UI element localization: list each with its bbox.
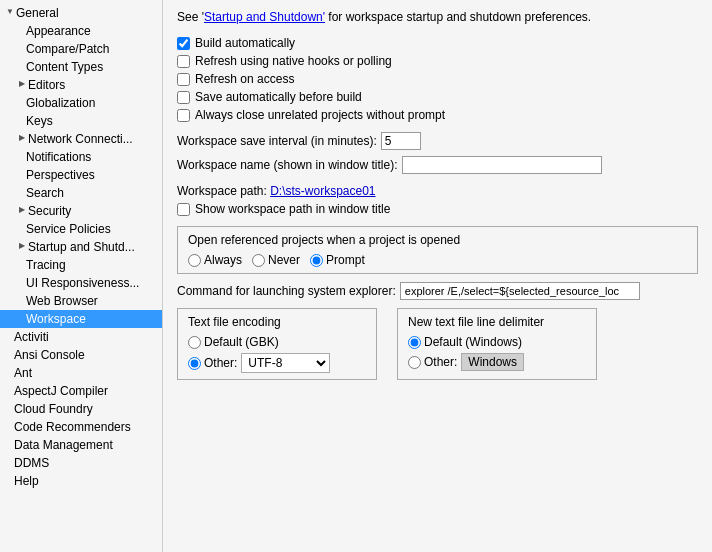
web-browser-label: Web Browser [26, 294, 98, 308]
workspace-arrow-icon [16, 313, 26, 325]
ui-responsiveness-arrow-icon [16, 277, 26, 289]
radio-prompt-label[interactable]: Prompt [326, 253, 365, 267]
workspace-name-label: Workspace name (shown in window title): [177, 158, 398, 172]
radio-prompt[interactable] [310, 254, 323, 267]
delimiter-box: New text file line delimiter Default (Wi… [397, 308, 597, 380]
notifications-label: Notifications [26, 150, 91, 164]
build-automatically-checkbox[interactable] [177, 37, 190, 50]
workspace-name-row: Workspace name (shown in window title): [177, 156, 698, 174]
build-automatically-label[interactable]: Build automatically [195, 36, 295, 50]
intro-text: See 'Startup and Shutdown' for workspace… [177, 10, 698, 24]
notifications-arrow-icon [16, 151, 26, 163]
show-path-label[interactable]: Show workspace path in window title [195, 202, 390, 216]
radio-always-row: Always [188, 253, 242, 267]
show-path-checkbox[interactable] [177, 203, 190, 216]
radio-always-label[interactable]: Always [204, 253, 242, 267]
editors-label: Editors [28, 78, 65, 92]
ant-label: Ant [14, 366, 32, 380]
sidebar-item-code-recommenders[interactable]: Code Recommenders [0, 418, 162, 436]
open-projects-label: Open referenced projects when a project … [188, 233, 687, 247]
delimiter-other-label[interactable]: Other: [424, 355, 457, 369]
sidebar-item-notifications[interactable]: Notifications [0, 148, 162, 166]
save-auto-checkbox[interactable] [177, 91, 190, 104]
encoding-other-row: Other: UTF-8 UTF-16 GBK ISO-8859-1 [188, 353, 366, 373]
content-types-label: Content Types [26, 60, 103, 74]
network-connections-arrow-icon: ▶ [16, 133, 28, 145]
workspace-path-link[interactable]: D:\sts-workspace01 [270, 184, 375, 198]
delimiter-default-radio[interactable] [408, 336, 421, 349]
sidebar-item-activiti[interactable]: Activiti [0, 328, 162, 346]
encoding-default-radio[interactable] [188, 336, 201, 349]
refresh-access-label[interactable]: Refresh on access [195, 72, 294, 86]
sidebar-item-data-management[interactable]: Data Management [0, 436, 162, 454]
sidebar-item-editors[interactable]: ▶Editors [0, 76, 162, 94]
ansi-console-arrow-icon [4, 349, 14, 361]
workspace-path-static-label: Workspace path: [177, 184, 270, 198]
tracing-arrow-icon [16, 259, 26, 271]
ddms-label: DDMS [14, 456, 49, 470]
sidebar-item-ui-responsiveness[interactable]: UI Responsiveness... [0, 274, 162, 292]
workspace-path-row: Workspace path: D:\sts-workspace01 [177, 184, 698, 198]
help-arrow-icon [4, 475, 14, 487]
sidebar-item-help[interactable]: Help [0, 472, 162, 490]
sidebar-item-globalization[interactable]: Globalization [0, 94, 162, 112]
radio-never[interactable] [252, 254, 265, 267]
general-arrow-icon: ▼ [4, 7, 16, 19]
sidebar-item-cloud-foundry[interactable]: Cloud Foundry [0, 400, 162, 418]
sidebar-item-startup-shutdown[interactable]: ▶Startup and Shutd... [0, 238, 162, 256]
open-projects-box: Open referenced projects when a project … [177, 226, 698, 274]
perspectives-arrow-icon [16, 169, 26, 181]
sidebar-item-keys[interactable]: Keys [0, 112, 162, 130]
startup-shutdown-link[interactable]: Startup and Shutdown' [204, 10, 325, 24]
encoding-select[interactable]: UTF-8 UTF-16 GBK ISO-8859-1 [241, 353, 330, 373]
web-browser-arrow-icon [16, 295, 26, 307]
compare-patch-label: Compare/Patch [26, 42, 109, 56]
always-close-checkbox[interactable] [177, 109, 190, 122]
sidebar-item-security[interactable]: ▶Security [0, 202, 162, 220]
service-policies-label: Service Policies [26, 222, 111, 236]
keys-arrow-icon [16, 115, 26, 127]
encoding-default-row: Default (GBK) [188, 335, 366, 349]
sidebar-item-content-types[interactable]: Content Types [0, 58, 162, 76]
sidebar-item-perspectives[interactable]: Perspectives [0, 166, 162, 184]
radio-never-label[interactable]: Never [268, 253, 300, 267]
data-management-arrow-icon [4, 439, 14, 451]
radio-never-row: Never [252, 253, 300, 267]
delimiter-default-label[interactable]: Default (Windows) [424, 335, 522, 349]
always-close-label[interactable]: Always close unrelated projects without … [195, 108, 445, 122]
build-automatically-row: Build automatically [177, 36, 698, 50]
delimiter-other-radio[interactable] [408, 356, 421, 369]
sidebar-item-web-browser[interactable]: Web Browser [0, 292, 162, 310]
keys-label: Keys [26, 114, 53, 128]
save-interval-input[interactable] [381, 132, 421, 150]
refresh-access-checkbox[interactable] [177, 73, 190, 86]
encoding-other-label[interactable]: Other: [204, 356, 237, 370]
encoding-other-radio[interactable] [188, 357, 201, 370]
sidebar-item-workspace[interactable]: Workspace [0, 310, 162, 328]
sidebar-item-service-policies[interactable]: Service Policies [0, 220, 162, 238]
intro-before: See ' [177, 10, 204, 24]
command-input[interactable] [400, 282, 640, 300]
refresh-hooks-checkbox[interactable] [177, 55, 190, 68]
radio-always[interactable] [188, 254, 201, 267]
globalization-arrow-icon [16, 97, 26, 109]
appearance-arrow-icon [16, 25, 26, 37]
refresh-hooks-row: Refresh using native hooks or polling [177, 54, 698, 68]
sidebar-item-ant[interactable]: Ant [0, 364, 162, 382]
sidebar-item-compare-patch[interactable]: Compare/Patch [0, 40, 162, 58]
sidebar-item-network-connections[interactable]: ▶Network Connecti... [0, 130, 162, 148]
command-row: Command for launching system explorer: [177, 282, 698, 300]
globalization-label: Globalization [26, 96, 95, 110]
encoding-default-label[interactable]: Default (GBK) [204, 335, 279, 349]
refresh-hooks-label[interactable]: Refresh using native hooks or polling [195, 54, 392, 68]
sidebar-item-aspectj-compiler[interactable]: AspectJ Compiler [0, 382, 162, 400]
save-auto-label[interactable]: Save automatically before build [195, 90, 362, 104]
workspace-name-input[interactable] [402, 156, 602, 174]
sidebar-item-ansi-console[interactable]: Ansi Console [0, 346, 162, 364]
sidebar-item-appearance[interactable]: Appearance [0, 22, 162, 40]
refresh-access-row: Refresh on access [177, 72, 698, 86]
sidebar-item-search[interactable]: Search [0, 184, 162, 202]
sidebar-item-tracing[interactable]: Tracing [0, 256, 162, 274]
sidebar-item-general[interactable]: ▼General [0, 4, 162, 22]
sidebar-item-ddms[interactable]: DDMS [0, 454, 162, 472]
